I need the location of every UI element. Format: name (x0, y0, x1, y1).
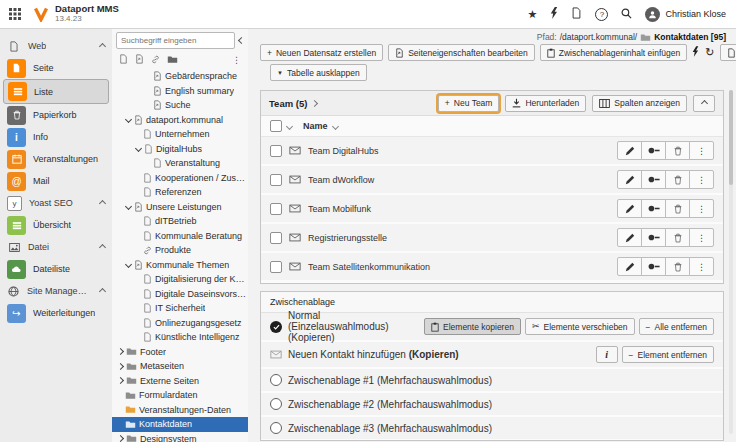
more-dots-icon[interactable]: ⋮ (232, 55, 241, 65)
tree-item-kontaktdaten-selected[interactable]: Kontaktdaten (112, 417, 248, 432)
collapse-panel-button[interactable] (693, 95, 715, 112)
tree-item[interactable]: Veranstaltungen-Daten (112, 403, 248, 418)
search-icon[interactable] (621, 8, 632, 21)
table-row[interactable]: Team Mobilfunk ⋮ (261, 195, 723, 222)
tree-item[interactable]: IT Sicherheit (112, 301, 248, 316)
record-title[interactable]: Team dWorkflow (308, 175, 374, 185)
tree-item[interactable]: Onlinezugangsgesetz (112, 316, 248, 331)
record-title[interactable]: Team Mobilfunk (308, 204, 371, 214)
sidebar-item-info[interactable]: i Info (0, 126, 112, 148)
folder-icon[interactable] (167, 55, 178, 66)
tree-item[interactable]: Externe Seiten (112, 374, 248, 389)
clear-cache-bolt-icon[interactable] (692, 46, 699, 59)
tree-item[interactable]: Kooperationen / Zusamm... (112, 171, 248, 186)
download-button[interactable]: Herunterladen (505, 95, 586, 112)
vertical-scrollbar[interactable] (729, 90, 733, 434)
row-checkbox[interactable] (270, 145, 282, 157)
scrollbar-thumb[interactable] (729, 90, 733, 185)
radio-icon[interactable] (270, 374, 282, 386)
toggle-visibility-button[interactable] (641, 257, 666, 276)
tree-item[interactable]: Kommunale Beratung (112, 229, 248, 244)
reload-icon[interactable]: ↻ (705, 47, 714, 58)
user-menu[interactable]: Christian Klose (645, 7, 726, 22)
tree-item[interactable]: Footer (112, 345, 248, 360)
collapse-table-button[interactable]: ▼ Tabelle ausklappen (270, 64, 367, 81)
collapse-icon[interactable] (117, 435, 124, 442)
tree-item[interactable]: dataport.kommunal (112, 113, 248, 128)
row-checkbox[interactable] (270, 232, 282, 244)
expand-icon[interactable] (125, 261, 132, 268)
bolt-icon[interactable] (550, 7, 558, 21)
document-button[interactable] (720, 44, 736, 61)
team-panel-title[interactable]: Team (5) (269, 98, 307, 109)
collapse-icon[interactable] (117, 348, 124, 355)
table-row[interactable]: Registrierungsstelle ⋮ (261, 224, 723, 251)
show-columns-button[interactable]: Spalten anzeigen (592, 95, 687, 112)
table-row[interactable]: Team DigitalHubs ⋮ (261, 137, 723, 164)
tree-item[interactable]: English summary (112, 84, 248, 99)
tree-item[interactable]: Künstliche Intelligenz (112, 330, 248, 345)
document-icon[interactable] (571, 7, 582, 21)
edit-button[interactable] (617, 170, 642, 189)
tree-item[interactable]: Kommunale Themen (112, 258, 248, 273)
new-record-button[interactable]: +Neuen Datensatz erstellen (260, 44, 383, 61)
sidebar-item-veranstaltungen[interactable]: Veranstaltungen (0, 148, 112, 170)
radio-checked-icon[interactable] (270, 321, 282, 333)
paste-clipboard-button[interactable]: Zwischenablageninhalt einfügen (540, 44, 687, 61)
sort-dropdown-icon[interactable] (331, 122, 338, 129)
tree-item[interactable]: Metaseiten (112, 359, 248, 374)
expand-icon[interactable] (135, 145, 142, 152)
sidebar-section-yoast[interactable]: y Yoast SEO (0, 192, 112, 214)
bookmark-star-icon[interactable]: ★ (528, 9, 538, 20)
edit-page-properties-button[interactable]: Seiteneigenschaften bearbeiten (388, 44, 535, 61)
tree-item[interactable]: Designsystem (112, 432, 248, 442)
new-team-button[interactable]: +Neu Team (438, 95, 500, 112)
name-column-header[interactable]: Name (303, 121, 328, 131)
more-options-button[interactable]: ⋮ (689, 170, 714, 189)
delete-button[interactable] (665, 228, 690, 247)
tree-item[interactable]: Digitalisierung der Komm... (112, 272, 248, 287)
more-options-button[interactable]: ⋮ (689, 199, 714, 218)
table-row[interactable]: Team dWorkflow ⋮ (261, 166, 723, 193)
tree-item[interactable]: Referenzen (112, 185, 248, 200)
tree-item[interactable]: Unsere Leistungen (112, 200, 248, 215)
expand-icon[interactable] (125, 203, 132, 210)
radio-icon[interactable] (270, 398, 282, 410)
record-title[interactable]: Team Satellitenkommunikation (308, 262, 430, 272)
sidebar-item-uebersicht[interactable]: Übersicht (0, 214, 112, 236)
sidebar-section-site-management[interactable]: Site Management (0, 280, 112, 302)
tree-item[interactable]: Unternehmen (112, 127, 248, 142)
sidebar-item-seite[interactable]: Seite (0, 57, 112, 79)
tree-search-input[interactable] (116, 32, 235, 49)
more-options-button[interactable]: ⋮ (689, 228, 714, 247)
apps-grid-icon[interactable] (9, 8, 21, 20)
delete-button[interactable] (665, 257, 690, 276)
edit-button[interactable] (617, 141, 642, 160)
sidebar-item-liste[interactable]: Liste (3, 79, 109, 104)
more-options-button[interactable]: ⋮ (689, 141, 714, 160)
select-all-checkbox[interactable] (270, 120, 282, 132)
record-title[interactable]: Team DigitalHubs (308, 146, 379, 156)
copy-elements-button[interactable]: Elemente kopieren (424, 318, 521, 335)
selection-dropdown-icon[interactable] (286, 122, 293, 129)
expand-icon[interactable] (125, 116, 132, 123)
edit-button[interactable] (617, 257, 642, 276)
tree-item[interactable]: Digitale Daseinsvorsorge (112, 287, 248, 302)
tree-item[interactable]: Formulardaten (112, 388, 248, 403)
row-checkbox[interactable] (270, 261, 282, 273)
clipboard-pad-row[interactable]: Zwischenablage #3 (Mehrfachauswahlmodus) (261, 417, 723, 439)
tree-item[interactable]: Produkte (112, 243, 248, 258)
clipboard-pad-row[interactable]: Zwischenablage #1 (Mehrfachauswahlmodus) (261, 369, 723, 391)
tree-item[interactable]: Gebärdensprache (112, 69, 248, 84)
help-icon[interactable]: ? (595, 8, 608, 21)
delete-button[interactable] (665, 170, 690, 189)
more-options-button[interactable]: ⋮ (689, 257, 714, 276)
edit-button[interactable] (617, 228, 642, 247)
tree-item[interactable]: DigitalHubs (112, 142, 248, 157)
clipboard-pad-row[interactable]: Zwischenablage #2 (Mehrfachauswahlmodus) (261, 393, 723, 415)
table-row[interactable]: Team Satellitenkommunikation ⋮ (261, 253, 723, 280)
sidebar-section-web[interactable]: Web (0, 35, 112, 57)
sidebar-section-datei[interactable]: Datei (0, 236, 112, 258)
radio-icon[interactable] (270, 422, 282, 434)
toggle-visibility-button[interactable] (641, 228, 666, 247)
